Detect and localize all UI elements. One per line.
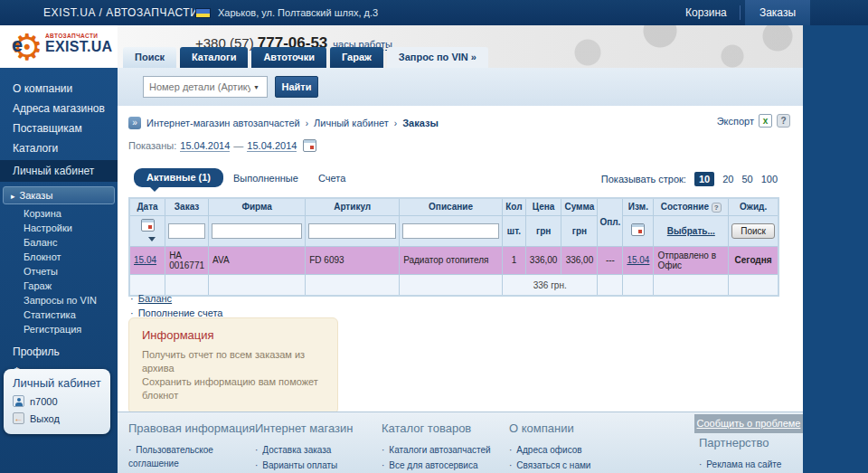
user-cabinet-box: Личный кабинет n7000 ← Выход — [4, 369, 110, 434]
status-help-icon[interactable] — [712, 203, 722, 213]
filter-order-input[interactable] — [168, 223, 205, 239]
user-box-title: Личный кабинет — [13, 376, 101, 390]
help-icon[interactable] — [777, 114, 790, 128]
breadcrumb-home-icon[interactable] — [128, 117, 141, 129]
col-firm: Фирма — [209, 198, 306, 215]
col-expected: Ожид. — [729, 198, 778, 215]
orders-link[interactable]: Заказы — [745, 0, 810, 25]
sidebar-item-cabinet[interactable]: Личный кабинет — [0, 160, 118, 182]
qty-unit-cell: шт. — [503, 215, 526, 246]
tab-search[interactable]: Поиск — [123, 47, 176, 68]
sidebar-item-reports[interactable]: Отчеты — [0, 264, 118, 279]
footer-col-catalog: Каталог товаров Каталоги автозапчастей В… — [382, 421, 508, 473]
excel-export-icon[interactable] — [759, 114, 772, 128]
rows-option-20[interactable]: 20 — [722, 174, 733, 184]
footer-col-partnership: Партнерство Реклама на сайте Скидки парт… — [699, 436, 803, 473]
tab-autopoints[interactable]: Автоточки — [251, 47, 326, 68]
sidebar-item-registration[interactable]: Регистрация — [0, 322, 118, 336]
main-content: +380 (57) 777-06-53часы работы Поиск Кат… — [118, 25, 803, 473]
tab-completed-orders[interactable]: Выполненные — [233, 173, 298, 184]
order-date-link[interactable]: 15.04 — [134, 255, 156, 265]
filter-description-input[interactable] — [402, 223, 499, 239]
sidebar-item-vin-requests[interactable]: Запросы по VIN — [0, 293, 118, 307]
filter-date-calendar-icon[interactable] — [141, 219, 155, 232]
sidebar-item-statistics[interactable]: Статистика — [0, 307, 118, 322]
user-account-link[interactable]: n7000 — [13, 395, 101, 407]
sort-icon[interactable] — [148, 237, 156, 241]
find-button[interactable]: Найти — [275, 76, 318, 98]
export-block: Экспорт — [717, 114, 790, 128]
col-status: Состояние — [654, 198, 729, 215]
sidebar-item-cart[interactable]: Корзина — [0, 206, 118, 221]
info-box-line2: Сохранить информацию вам поможет блокнот — [142, 375, 325, 402]
breadcrumb-separator — [306, 118, 308, 128]
logout-link[interactable]: ← Выход — [13, 412, 101, 424]
sidebar-item-suppliers[interactable]: Поставщикам — [0, 118, 118, 138]
brand-title: EXIST.UA / АВТОЗАПЧАСТИ — [43, 0, 199, 25]
col-price: Цена — [525, 198, 561, 215]
col-sum: Сумма — [561, 198, 598, 215]
sidebar-item-settings[interactable]: Настройки — [0, 221, 118, 235]
rows-option-100[interactable]: 100 — [761, 174, 778, 184]
cart-link[interactable]: Корзина — [685, 0, 727, 25]
calendar-icon[interactable] — [303, 139, 316, 152]
footer-link-parts-catalogs[interactable]: Каталоги автозапчастей — [382, 443, 508, 457]
sidebar-item-addresses[interactable]: Адреса магазинов — [0, 99, 118, 118]
filter-status-cell: Выбрать... — [654, 215, 729, 246]
sidebar-item-garage[interactable]: Гараж — [0, 279, 118, 293]
footer-link-offices[interactable]: Адреса офисов — [509, 443, 636, 457]
order-row[interactable]: 15.04 НА 0016771 AVA FD 6093 Радиатор от… — [129, 246, 778, 274]
rows-per-page-label: Показывать строк: — [601, 174, 686, 184]
breadcrumb-orders: Заказы — [402, 118, 439, 128]
breadcrumb-shop[interactable]: Интернет-магазин автозапчастей — [146, 118, 300, 128]
ukraine-flag-icon — [195, 8, 211, 18]
sidebar-item-notepad[interactable]: Блокнот — [0, 250, 118, 264]
logo[interactable]: ⚙ е АВТОЗАПЧАСТИ EXIST.UA — [0, 25, 118, 68]
filter-article-input[interactable] — [308, 223, 396, 239]
sidebar-item-orders-selected[interactable]: Заказы — [3, 186, 115, 204]
tab-catalogs[interactable]: Каталоги — [180, 47, 248, 68]
status-choose-link[interactable]: Выбрать... — [667, 226, 715, 236]
sidebar-item-about[interactable]: О компании — [0, 79, 118, 99]
sidebar-item-catalogs[interactable]: Каталоги — [0, 138, 118, 158]
col-paid: Опл. — [598, 198, 623, 246]
export-link[interactable]: Экспорт — [717, 116, 754, 127]
footer-link-autoservice[interactable]: Все для автосервиса — [382, 459, 508, 472]
part-number-input[interactable] — [143, 76, 268, 98]
tab-garage[interactable]: Гараж — [330, 47, 383, 68]
footer-link-delivery[interactable]: Доставка заказа — [255, 443, 382, 457]
tab-vin-request[interactable]: Запрос по VIN » — [387, 47, 488, 68]
footer-col-title: Интернет магазин — [255, 421, 382, 435]
user-name: n7000 — [30, 396, 58, 407]
filter-firm-cell — [209, 215, 306, 246]
report-problem-button[interactable]: Сообщить о проблеме — [694, 414, 803, 433]
filter-article-cell — [306, 215, 400, 246]
order-changed-link[interactable]: 15.04 — [627, 255, 649, 265]
sidebar-item-balance[interactable]: Баланс — [0, 235, 118, 250]
footer-link-user-agreement[interactable]: Пользовательское соглашение — [128, 443, 255, 470]
rows-option-10[interactable]: 10 — [694, 172, 714, 186]
footer-col-title: Каталог товаров — [382, 421, 508, 435]
total-sum: 336 грн. — [503, 274, 598, 296]
footer-link-contact[interactable]: Связаться с нами — [509, 459, 636, 472]
tab-invoices[interactable]: Счета — [318, 173, 345, 184]
balance-link[interactable]: Баланс — [130, 293, 222, 304]
table-search-button[interactable]: Поиск — [731, 223, 775, 239]
footer-col-shop: Интернет магазин Доставка заказа Вариант… — [255, 421, 382, 473]
filter-changed-calendar-icon[interactable] — [631, 223, 645, 236]
col-qty: Кол — [503, 198, 526, 215]
rows-option-50[interactable]: 50 — [741, 174, 752, 184]
total-row: 336 грн. — [129, 274, 778, 296]
store-location: Харьков, ул. Полтавский шлях, д.3 — [218, 0, 378, 25]
tab-active-orders[interactable]: Активные (1) — [134, 168, 223, 187]
date-from-link[interactable]: 15.04.2014 — [180, 140, 230, 152]
breadcrumb-cabinet[interactable]: Личный кабинет — [314, 118, 389, 128]
footer-link-advertising[interactable]: Реклама на сайте — [699, 458, 803, 471]
footer-col-company: О компании Адреса офисов Связаться с нам… — [509, 421, 636, 473]
sidebar-item-profile[interactable]: Профиль — [0, 342, 118, 362]
filter-firm-input[interactable] — [212, 223, 302, 239]
footer-link-payment[interactable]: Варианты оплаты — [255, 459, 382, 472]
topbar: EXIST.UA / АВТОЗАПЧАСТИ Харьков, ул. Пол… — [0, 0, 868, 25]
date-to-link[interactable]: 15.04.2014 — [247, 140, 297, 152]
filter-order-cell — [165, 215, 209, 246]
